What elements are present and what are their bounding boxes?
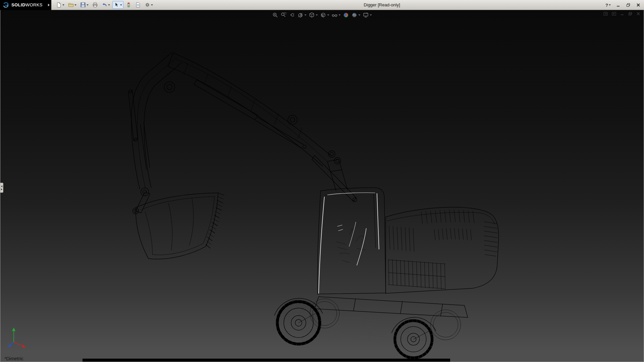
display-style-dropdown[interactable] — [327, 14, 329, 16]
orientation-triad — [6, 325, 33, 349]
restore-icon — [626, 3, 630, 7]
print-icon — [92, 2, 98, 8]
edit-appearance-button[interactable] — [343, 12, 349, 18]
print-button[interactable] — [91, 1, 99, 9]
dassault-3ds-icon — [3, 2, 9, 8]
view-settings-dropdown[interactable] — [370, 14, 372, 16]
options-gear-icon — [145, 2, 150, 8]
zoom-to-area-icon — [281, 12, 287, 18]
display-style-icon — [320, 12, 326, 18]
view-orientation-cube-icon — [309, 12, 315, 18]
quick-access-toolbar — [55, 1, 154, 9]
close-button[interactable] — [635, 2, 642, 8]
save-dropdown[interactable] — [87, 4, 89, 6]
help-label: ? — [605, 3, 608, 8]
undo-button[interactable] — [100, 1, 111, 9]
options-dropdown[interactable] — [151, 4, 153, 6]
pane-toggle-left-icon[interactable] — [603, 12, 608, 16]
hide-show-glasses-icon — [332, 12, 338, 18]
file-properties-button[interactable] — [134, 1, 142, 9]
bottom-strip — [83, 359, 450, 362]
expand-right-icon — [1, 188, 2, 190]
view-orientation-dropdown[interactable] — [316, 14, 318, 16]
document-close-icon[interactable] — [636, 12, 640, 16]
previous-view-button[interactable] — [289, 12, 295, 18]
new-document-button[interactable] — [55, 1, 66, 9]
file-properties-icon — [135, 2, 141, 8]
zoom-to-fit-button[interactable] — [272, 12, 278, 18]
pane-toggle-right-icon[interactable] — [612, 12, 616, 16]
view-orientation-button[interactable] — [309, 12, 318, 18]
section-view-button[interactable] — [298, 12, 307, 18]
new-document-icon — [56, 2, 62, 8]
document-title: Digger [Read-only] — [364, 2, 400, 7]
open-button[interactable] — [67, 1, 78, 9]
zoom-to-area-button[interactable] — [281, 12, 287, 18]
document-window-controls — [603, 12, 640, 16]
rebuild-icon — [126, 2, 131, 8]
undo-dropdown[interactable] — [108, 4, 110, 6]
apply-scene-sphere-icon — [352, 12, 358, 18]
select-cursor-icon — [114, 2, 119, 8]
select-button[interactable] — [112, 1, 123, 9]
open-folder-icon — [68, 2, 74, 8]
help-button[interactable]: ? — [604, 2, 612, 8]
document-minimize-icon[interactable] — [620, 12, 624, 16]
minimize-button[interactable] — [614, 2, 622, 8]
menu-flyout-arrow[interactable] — [47, 0, 51, 10]
apply-scene-dropdown[interactable] — [359, 14, 361, 16]
edit-appearance-ball-icon — [343, 12, 349, 18]
section-view-icon — [298, 12, 304, 18]
undo-icon — [102, 2, 107, 8]
solidworks-window: SOLIDWORKS — [0, 0, 644, 362]
hide-show-items-dropdown[interactable] — [339, 14, 341, 16]
view-settings-icon — [363, 12, 369, 18]
open-dropdown[interactable] — [74, 4, 76, 6]
restore-button[interactable] — [625, 2, 632, 8]
help-dropdown[interactable] — [609, 4, 611, 6]
heads-up-view-toolbar — [272, 12, 372, 18]
select-dropdown[interactable] — [120, 4, 122, 6]
flyout-arrow-icon — [48, 4, 50, 6]
close-icon — [636, 3, 640, 7]
save-icon — [80, 2, 86, 8]
graphics-area[interactable]: *Dimetric — [0, 10, 644, 362]
document-restore-icon[interactable] — [628, 12, 632, 16]
new-document-dropdown[interactable] — [62, 4, 64, 6]
model-wireframe-digger — [0, 10, 644, 362]
section-view-dropdown[interactable] — [305, 14, 307, 16]
hide-show-items-button[interactable] — [332, 12, 341, 18]
display-style-button[interactable] — [320, 12, 329, 18]
collapse-left-icon — [1, 185, 2, 187]
minimize-icon — [616, 3, 620, 7]
zoom-to-fit-icon — [272, 12, 278, 18]
brand-text: SOLIDWORKS — [11, 2, 43, 7]
save-button[interactable] — [79, 1, 90, 9]
rebuild-button[interactable] — [124, 1, 133, 9]
previous-view-icon — [289, 12, 295, 18]
view-settings-button[interactable] — [363, 12, 372, 18]
solidworks-logo: SOLIDWORKS — [0, 0, 47, 10]
window-controls: ? — [604, 0, 642, 10]
featuremanager-collapse-tab[interactable] — [0, 183, 3, 193]
apply-scene-button[interactable] — [352, 12, 361, 18]
title-bar: SOLIDWORKS — [0, 0, 644, 10]
view-orientation-label: *Dimetric — [4, 356, 23, 361]
options-button[interactable] — [143, 1, 154, 9]
